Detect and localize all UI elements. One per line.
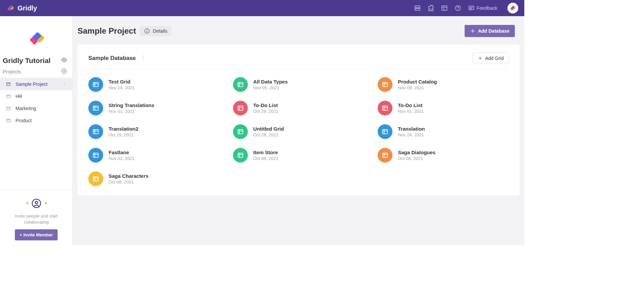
divider	[88, 69, 509, 69]
grid-icon	[88, 124, 103, 139]
grid-name: Untitled Grid	[253, 126, 284, 132]
grid-date: Oct 28, 2021	[253, 132, 284, 137]
grid-item[interactable]: Test GridNov 24, 2021	[88, 77, 219, 92]
sidebar-project-item[interactable]: HR	[0, 90, 72, 102]
database-card: Sample Database Add Grid Test GridNov 24…	[78, 44, 520, 196]
main-panel: Sample Project Details Add Database Samp…	[73, 16, 524, 245]
brand-logo[interactable]: Gridly	[6, 4, 37, 12]
project-details-button[interactable]: Details	[140, 26, 171, 36]
grid-item[interactable]: TranslationNov 24, 2021	[378, 124, 509, 139]
grid-date: Nov 09, 2021	[398, 85, 437, 90]
project-label: Sample Project	[16, 81, 48, 87]
project-label: Product	[16, 118, 32, 123]
svg-point-14	[35, 201, 38, 204]
workspace-logo	[0, 16, 72, 57]
grid-name: Translation2	[109, 126, 138, 132]
projects-section-label: Projects	[3, 69, 21, 74]
add-project-button[interactable]	[61, 68, 67, 75]
grid-name: Saga Characters	[109, 173, 148, 179]
brand-name: Gridly	[18, 4, 37, 12]
grid-meta: Test GridNov 24, 2021	[109, 79, 135, 90]
grid-icon	[233, 124, 248, 139]
grid-item[interactable]: Product CatalogNov 09, 2021	[378, 77, 509, 92]
grid-date: Nov 05, 2021	[253, 85, 288, 90]
grid-icon	[233, 101, 248, 115]
grid-icon	[88, 148, 103, 163]
grid-name: Product Catalog	[398, 79, 437, 85]
add-grid-button[interactable]: Add Grid	[473, 53, 509, 64]
grid-date: Nov 02, 2021	[109, 156, 135, 161]
grid-item[interactable]: Untitled GridOct 28, 2021	[233, 124, 364, 139]
grid-item[interactable]: String TranslationsNov 01, 2021	[88, 101, 219, 115]
grid-icon	[378, 124, 392, 139]
grid-item[interactable]: To-Do ListNov 01, 2021	[378, 101, 509, 115]
grid-date: Nov 24, 2021	[398, 132, 425, 137]
grid-name: To-Do List	[253, 102, 278, 108]
info-icon	[144, 28, 150, 34]
project-icon	[6, 82, 12, 87]
workspace-settings-button[interactable]	[61, 57, 67, 65]
workspace-name: Gridly Tutorial	[3, 57, 51, 65]
grid-name: Test Grid	[109, 79, 135, 85]
project-menu-button[interactable]	[61, 81, 68, 87]
grid-item[interactable]: Saga DialoguesOct 08, 2021	[378, 148, 509, 163]
grid-item[interactable]: Translation2Oct 29, 2021	[88, 124, 219, 139]
grid-meta: TranslationNov 24, 2021	[398, 126, 425, 137]
grid-meta: Translation2Oct 29, 2021	[109, 126, 138, 137]
grid-item[interactable]: All Data TypesNov 05, 2021	[233, 77, 364, 92]
grid-date: Oct 08, 2021	[109, 179, 148, 185]
grid-icon	[88, 171, 103, 186]
feedback-label: Feedback	[477, 5, 497, 11]
grid-name: All Data Types	[253, 79, 288, 85]
grid-date: Oct 29, 2021	[109, 132, 138, 137]
add-grid-label: Add Grid	[485, 56, 504, 61]
grid-meta: Saga DialoguesOct 08, 2021	[398, 150, 436, 161]
grid-meta: Saga CharactersOct 08, 2021	[109, 173, 148, 185]
sidebar-project-item[interactable]: Product	[0, 114, 72, 127]
grid-date: Oct 08, 2021	[398, 156, 436, 161]
servers-icon[interactable]	[414, 5, 421, 11]
database-menu-button[interactable]	[141, 55, 146, 62]
layout-icon[interactable]	[441, 5, 448, 11]
grid-icon	[378, 77, 392, 92]
add-database-label: Add Database	[478, 28, 509, 34]
sidebar-project-item[interactable]: Marketing	[0, 102, 72, 114]
grid-name: Item Store	[253, 150, 278, 155]
grid-item[interactable]: To-Do ListOct 29, 2021	[233, 101, 364, 115]
invite-member-button[interactable]: + Invite Member	[15, 229, 58, 240]
integrations-icon[interactable]	[428, 5, 434, 11]
grid-meta: Product CatalogNov 09, 2021	[398, 79, 437, 90]
help-icon[interactable]	[455, 5, 461, 11]
grid-meta: All Data TypesNov 05, 2021	[253, 79, 288, 90]
grid-meta: To-Do ListOct 29, 2021	[253, 102, 278, 114]
grid-icon	[233, 148, 248, 163]
invite-illustration: ✦ ✦	[6, 196, 66, 210]
sidebar-project-item[interactable]: Sample Project	[0, 78, 72, 90]
grids-container: Test GridNov 24, 2021All Data TypesNov 0…	[88, 77, 509, 186]
grid-icon	[88, 77, 103, 92]
grid-date: Nov 01, 2021	[398, 109, 424, 114]
feedback-button[interactable]: Feedback	[468, 5, 497, 11]
add-database-button[interactable]: Add Database	[465, 25, 515, 37]
grid-icon	[378, 101, 392, 115]
grid-name: Fastlane	[109, 150, 135, 155]
details-label: Details	[153, 28, 167, 34]
grid-item[interactable]: FastlaneNov 02, 2021	[88, 148, 219, 163]
project-icon	[6, 118, 12, 123]
invite-text: Invite people and start collaborating	[6, 213, 66, 225]
grid-name: String Translations	[109, 102, 154, 108]
sidebar: Gridly Tutorial Projects Sample ProjectH…	[0, 16, 73, 245]
grid-date: Nov 01, 2021	[109, 109, 154, 114]
topbar-actions: Feedback	[414, 3, 518, 13]
grid-date: Oct 29, 2021	[253, 109, 278, 114]
invite-panel: ✦ ✦ Invite people and start collaboratin…	[0, 190, 72, 245]
grid-icon	[378, 148, 392, 163]
user-avatar[interactable]	[507, 3, 518, 13]
grid-item[interactable]: Item StoreOct 08, 2021	[233, 148, 364, 163]
project-icon	[6, 106, 12, 111]
grid-icon	[233, 77, 248, 92]
grid-item[interactable]: Saga CharactersOct 08, 2021	[88, 171, 219, 186]
grid-name: To-Do List	[398, 102, 424, 108]
project-title: Sample Project	[78, 26, 136, 36]
main-header: Sample Project Details Add Database	[73, 16, 524, 44]
